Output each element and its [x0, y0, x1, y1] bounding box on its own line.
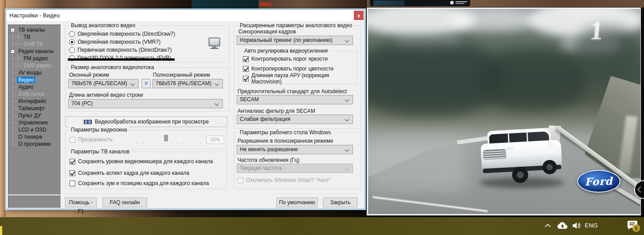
checkbox-checked-icon[interactable] — [243, 76, 249, 82]
sidebar-item-audio[interactable]: Аудио — [8, 83, 61, 91]
sidebar-item-dvb-tv: DVB ТВ — [8, 41, 61, 48]
phone-text-line — [455, 1, 467, 2]
collapse-icon[interactable]: − — [11, 28, 15, 32]
screen: Настройки - Видео x − ТВ каналы ТВ DVB Т… — [0, 0, 644, 235]
radio-selected-icon[interactable] — [69, 39, 75, 45]
tray-expand-icon[interactable] — [545, 223, 551, 227]
video-window-group: Параметры видеоокна Прозрачность 50% — [65, 130, 227, 149]
group-title: Параметры ТВ каналов — [69, 148, 131, 155]
sidebar-item-interface[interactable]: Интерфейс — [8, 98, 61, 105]
video-preview-window[interactable]: Ford 1 — [367, 8, 642, 215]
active-line-label: Длина активной видео строки — [69, 92, 143, 98]
car-headlight — [507, 147, 513, 151]
equals-button[interactable]: = — [142, 79, 151, 88]
video-processing-button[interactable]: Видеообработка изображения при просмотре — [65, 116, 227, 127]
collapse-icon[interactable]: − — [11, 49, 15, 54]
defaults-button[interactable]: По умолчанию — [276, 198, 318, 207]
radio-icon[interactable] — [69, 31, 75, 37]
channel-one-watermark: 1 — [589, 18, 604, 44]
cloud — [448, 9, 537, 31]
footer-separator — [8, 194, 363, 195]
window-mode-select[interactable]: 768x576 (PAL/SECAM) — [68, 79, 139, 88]
sidebar-item-dvb-stream: DVB поток — [8, 91, 61, 98]
phone-text-line — [455, 3, 464, 4]
sidebar-item-remote[interactable]: Пульт ДУ — [8, 112, 61, 119]
brightness-threshold-checkbox[interactable]: Контролировать порог яркости — [243, 55, 328, 62]
desktop-bottom-strip — [6, 210, 367, 217]
window-mode-label: Оконный режим — [69, 72, 109, 78]
volume-icon[interactable] — [572, 222, 581, 229]
sidebar-item-video[interactable]: Видео — [8, 76, 61, 83]
checkbox-checked-icon[interactable] — [243, 66, 249, 72]
help-button[interactable]: Помощь - F1 — [65, 198, 97, 207]
close-icon: x — [357, 13, 360, 18]
checkbox-icon[interactable] — [70, 181, 75, 186]
close-dialog-button[interactable]: Закрыть — [323, 198, 357, 207]
sidebar-item-lcd-osd[interactable]: LCD и OSD — [8, 126, 61, 133]
save-mixer-checkbox[interactable]: Сохранять уровни видеомикшера для каждог… — [70, 158, 213, 165]
refresh-label: Частота обновления (Гц) — [238, 157, 299, 163]
antialias-select[interactable]: Слабая фильтрация — [237, 115, 353, 124]
checkbox-icon — [238, 177, 243, 183]
radio-primary-surface[interactable]: Первичная поверхность (DirectDraw7) — [69, 46, 172, 54]
car-wheel — [512, 166, 529, 183]
sidebar-item-dvb-radio: DVB радио — [8, 62, 61, 69]
fullscreen-mode-label: Полноэкранный режим — [153, 72, 210, 78]
notification-tail — [628, 227, 631, 230]
car-mirror — [548, 143, 554, 147]
onedrive-cloud-icon[interactable] — [557, 222, 568, 229]
car-grille — [483, 149, 506, 160]
close-button[interactable]: x — [354, 11, 364, 20]
sidebar-item-radio-channels[interactable]: − Радио каналы — [8, 48, 61, 55]
aero-checkbox: Отключать Windows Vista/7 "Aero" — [238, 177, 330, 184]
titlebar[interactable]: Настройки - Видео — [6, 10, 365, 21]
language-indicator[interactable]: ENG — [585, 222, 598, 229]
sync-label: Синхронизация кадров — [238, 29, 296, 35]
fullscreen-mode-select[interactable]: 768x576 (PAL/SECAM) — [152, 79, 223, 88]
checkbox-icon[interactable] — [70, 137, 75, 143]
autodetect-label: Предпочтительный стандарт для Autodetect — [238, 88, 347, 95]
checkbox-checked-icon[interactable] — [70, 170, 75, 176]
chroma-threshold-checkbox[interactable]: Контролировать порог цветности — [243, 65, 333, 72]
tv-params-group: Параметры ТВ каналов Сохранять уровни ви… — [65, 152, 227, 189]
ford-logo: Ford — [577, 170, 620, 193]
taskbar[interactable]: ENG 0:01 06.03.2018 — [0, 217, 644, 235]
sidebar-item-fm-radio[interactable]: FM радио — [8, 55, 61, 62]
mountain — [480, 49, 587, 111]
group-title: Расширенные параметры аналогового видео — [238, 22, 354, 29]
sidebar-item-about-program[interactable]: О программе — [8, 140, 61, 148]
radio-vmr7[interactable]: Оверлейная поверхность (VMR7) — [69, 38, 160, 45]
transparency-checkbox[interactable]: Прозрачность — [70, 136, 113, 143]
radio-directdraw7[interactable]: Оверлейная поверхность (DirectDraw7) — [69, 30, 175, 37]
sync-select[interactable]: Нормальный трекинг (по умолчанию) — [237, 36, 353, 45]
group-title: Вывод аналогового видео — [69, 22, 137, 29]
mountain — [573, 27, 640, 80]
sidebar-item-about-tuner[interactable]: О тюнере — [8, 133, 61, 140]
settings-window: Настройки - Видео x − ТВ каналы ТВ DVB Т… — [6, 9, 365, 209]
save-zoom-checkbox[interactable]: Сохранять зум и позицию кадра для каждог… — [70, 180, 209, 187]
underline-artifact — [68, 58, 175, 61]
slider-ticks — [131, 143, 203, 144]
sidebar-item-tv-channels[interactable]: − ТВ каналы — [8, 26, 61, 33]
desktop-phone-top — [192, 0, 258, 9]
agc-pause-checkbox[interactable]: Длинная пауза АРУ (коррекция Macrovision… — [243, 75, 357, 82]
active-line-select[interactable]: 704 (PC) — [68, 99, 223, 108]
resolution-select[interactable]: Не менять разрешение — [237, 145, 353, 154]
sidebar-item-control[interactable]: Управление — [8, 119, 61, 126]
faq-button[interactable]: FAQ онлайн — [103, 198, 147, 207]
film-strip-icon — [84, 119, 92, 125]
sidebar-item-tv[interactable]: ТВ — [8, 33, 61, 41]
monitor-icon — [209, 37, 220, 46]
save-aspect-checkbox[interactable]: Сохранять аспект кадра для каждого канал… — [70, 169, 189, 177]
car-wheel — [542, 160, 557, 175]
autodetect-select[interactable]: SECAM — [237, 95, 353, 104]
slider-thumb[interactable] — [164, 135, 168, 141]
taskbar-corner-accent — [0, 226, 2, 235]
checkbox-checked-icon[interactable] — [243, 56, 249, 62]
desktop-top-strip — [6, 0, 367, 9]
radio-icon[interactable] — [69, 47, 75, 53]
sidebar-item-timeshift[interactable]: Таймшифт — [8, 105, 61, 112]
sidebar-item-av-inputs[interactable]: AV входы — [8, 69, 61, 76]
checkbox-checked-icon[interactable] — [70, 159, 75, 165]
transparency-slider[interactable] — [131, 134, 203, 145]
